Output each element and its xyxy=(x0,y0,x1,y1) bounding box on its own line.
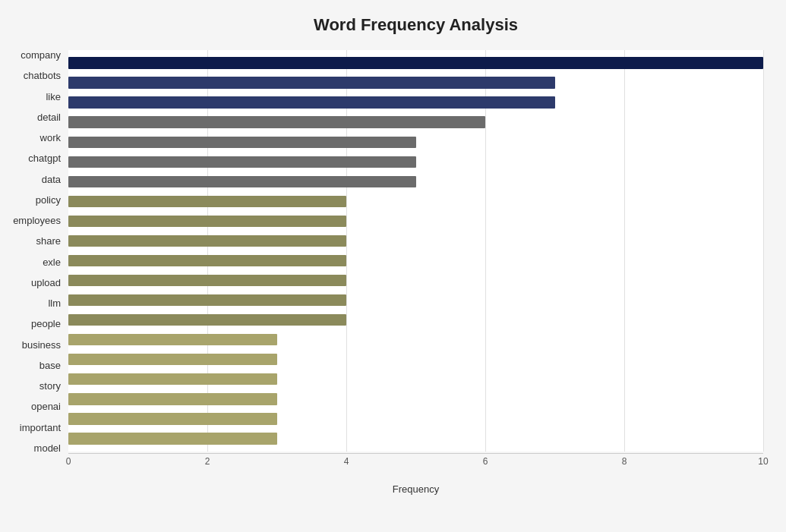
chart-area: companychatbotslikedetailworkchatgptdata… xyxy=(8,50,763,476)
y-label-people: people xyxy=(8,319,68,329)
bar-data xyxy=(68,176,416,187)
bar-row-data xyxy=(68,172,763,191)
bar-row-business xyxy=(68,330,763,350)
y-label-share: share xyxy=(8,236,68,246)
bar-share xyxy=(68,235,346,247)
bar-openai xyxy=(68,393,277,405)
bar-row-chatgpt xyxy=(68,152,763,172)
bar-chatgpt xyxy=(68,156,416,168)
y-label-business: business xyxy=(8,340,68,350)
bar-employees xyxy=(68,216,346,227)
y-label-openai: openai xyxy=(8,401,68,411)
y-label-company: company xyxy=(8,50,68,60)
x-tick-4: 4 xyxy=(344,456,349,467)
grid-line-10 xyxy=(763,50,764,452)
bar-exle xyxy=(68,255,346,266)
chart-container: Word Frequency Analysis companychatbotsl… xyxy=(0,0,786,532)
bar-model xyxy=(68,433,277,444)
bar-row-model xyxy=(68,429,763,449)
bar-work xyxy=(68,137,416,148)
x-tick-2: 2 xyxy=(205,456,210,467)
y-label-exle: exle xyxy=(8,257,68,267)
bar-important xyxy=(68,413,277,424)
x-axis-label: Frequency xyxy=(393,483,439,495)
x-tick-6: 6 xyxy=(483,456,488,467)
bar-like xyxy=(68,96,555,108)
bar-llm xyxy=(68,294,346,306)
bar-business xyxy=(68,334,277,345)
bar-row-exle xyxy=(68,250,763,270)
y-label-work: work xyxy=(8,133,68,143)
bar-policy xyxy=(68,196,346,207)
bar-people xyxy=(68,314,346,326)
y-axis-labels: companychatbotslikedetailworkchatgptdata… xyxy=(8,50,68,476)
bar-detail xyxy=(68,116,485,127)
y-label-employees: employees xyxy=(8,216,68,225)
bar-row-like xyxy=(68,93,763,112)
x-axis-line xyxy=(68,453,763,454)
y-label-chatgpt: chatgpt xyxy=(8,153,68,163)
bar-row-employees xyxy=(68,211,763,231)
bar-row-base xyxy=(68,350,763,370)
bar-upload xyxy=(68,275,346,286)
y-label-upload: upload xyxy=(8,278,68,288)
bar-row-important xyxy=(68,409,763,429)
y-label-policy: policy xyxy=(8,195,68,205)
bar-story xyxy=(68,373,277,385)
y-label-important: important xyxy=(8,423,68,433)
x-tick-8: 8 xyxy=(622,456,627,467)
y-label-story: story xyxy=(8,381,68,391)
bar-row-company xyxy=(68,53,763,73)
bar-chatbots xyxy=(68,77,555,88)
y-label-data: data xyxy=(8,175,68,184)
bar-row-share xyxy=(68,231,763,250)
chart-title: Word Frequency Analysis xyxy=(8,15,763,35)
bar-row-policy xyxy=(68,191,763,211)
y-label-model: model xyxy=(8,443,68,453)
bar-row-upload xyxy=(68,271,763,291)
bar-row-openai xyxy=(68,389,763,409)
x-tick-0: 0 xyxy=(66,456,71,467)
plot-area: Frequency 0246810 xyxy=(68,50,763,476)
bar-base xyxy=(68,354,277,365)
y-label-base: base xyxy=(8,360,68,370)
bar-row-work xyxy=(68,132,763,152)
bar-row-people xyxy=(68,310,763,330)
y-label-detail: detail xyxy=(8,112,68,122)
x-tick-10: 10 xyxy=(758,456,768,467)
bar-row-chatbots xyxy=(68,73,763,93)
bar-row-llm xyxy=(68,291,763,310)
bar-company xyxy=(68,57,763,68)
y-label-like: like xyxy=(8,92,68,102)
y-label-llm: llm xyxy=(8,298,68,308)
bars-wrapper xyxy=(68,50,763,452)
y-label-chatbots: chatbots xyxy=(8,71,68,80)
bar-row-story xyxy=(68,370,763,389)
bars-container xyxy=(68,50,763,452)
x-axis: Frequency 0246810 xyxy=(68,453,763,476)
bar-row-detail xyxy=(68,112,763,132)
